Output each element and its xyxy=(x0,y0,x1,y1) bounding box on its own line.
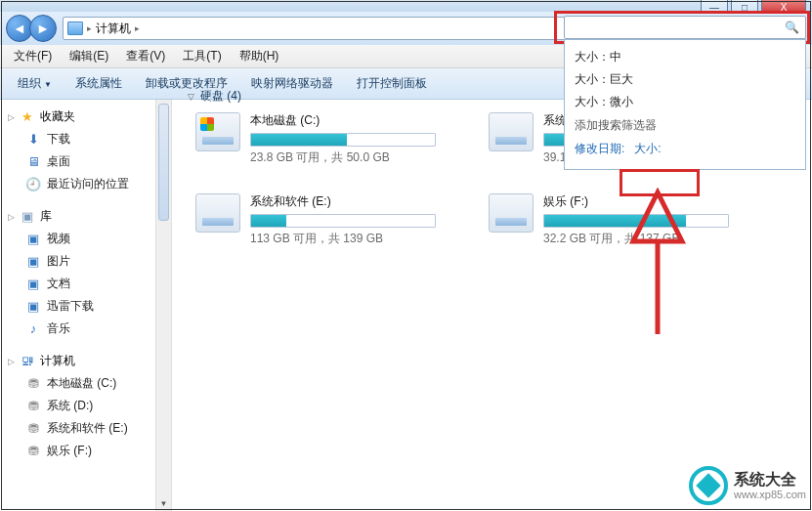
filter-link-size[interactable]: 大小: xyxy=(634,141,661,157)
drive-item[interactable]: 本地磁盘 (C:)23.8 GB 可用，共 50.0 GB xyxy=(195,112,449,166)
sidebar-item-drive-f[interactable]: ⛃娱乐 (F:) xyxy=(6,440,167,462)
watermark-url: www.xp85.com xyxy=(734,489,806,500)
tree-item-label: 文档 xyxy=(47,276,70,292)
search-field[interactable] xyxy=(571,21,785,34)
tree-item-label: 下载 xyxy=(47,131,70,148)
watermark-logo-icon xyxy=(689,466,728,505)
window-titlebar: — □ X xyxy=(0,0,812,12)
drive-usage-bar xyxy=(543,214,729,228)
nav-buttons: ◄ ► xyxy=(6,15,57,42)
suggestion-filter-links: 修改日期: 大小: xyxy=(573,137,797,159)
menu-help[interactable]: 帮助(H) xyxy=(232,45,287,67)
drive-info: 本地磁盘 (C:)23.8 GB 可用，共 50.0 GB xyxy=(250,112,449,166)
sidebar-item-desktop[interactable]: 🖥桌面 xyxy=(6,150,167,173)
forward-button[interactable]: ► xyxy=(29,15,57,42)
tree-item-label: 系统和软件 (E:) xyxy=(47,420,128,437)
drive-item[interactable]: 系统和软件 (E:)113 GB 可用，共 139 GB xyxy=(195,193,449,247)
document-icon: ▣ xyxy=(25,277,41,292)
drive-stat: 113 GB 可用，共 139 GB xyxy=(250,231,449,247)
drive-icon: ⛃ xyxy=(25,376,41,392)
tree-label: 收藏夹 xyxy=(40,108,75,125)
menu-file[interactable]: 文件(F) xyxy=(6,45,60,67)
sidebar-item-drive-e[interactable]: ⛃系统和软件 (E:) xyxy=(6,417,167,440)
picture-icon: ▣ xyxy=(25,254,41,270)
sidebar-item-videos[interactable]: ▣视频 xyxy=(6,228,167,250)
sidebar-item-drive-c[interactable]: ⛃本地磁盘 (C:) xyxy=(6,372,167,395)
computer-icon: 🖳 xyxy=(20,354,35,369)
scroll-down-icon[interactable]: ▼ xyxy=(156,495,171,511)
sidebar-scrollbar[interactable]: ▲ ▼ xyxy=(155,100,171,511)
star-icon: ★ xyxy=(20,109,35,125)
drive-usage-bar xyxy=(250,214,436,228)
drive-info: 娱乐 (F:)32.2 GB 可用，共 137 GB xyxy=(543,193,743,247)
filter-link-date[interactable]: 修改日期: xyxy=(575,141,624,157)
music-icon: ♪ xyxy=(25,321,41,337)
toolbar-organize[interactable]: 组织▼ xyxy=(8,71,62,96)
tree-item-label: 音乐 xyxy=(47,320,70,337)
tree-item-label: 视频 xyxy=(47,231,70,247)
breadcrumb-computer[interactable]: 计算机 xyxy=(96,21,131,37)
drive-icon xyxy=(195,112,240,151)
nav-tree: ▷ ★ 收藏夹 ⬇下载 🖥桌面 🕘最近访问的位置 ▷ ▣ 库 ▣视频 ▣图片 ▣… xyxy=(0,100,171,478)
sidebar-item-downloads[interactable]: ⬇下载 xyxy=(6,128,167,150)
search-icon[interactable]: 🔍 xyxy=(785,21,799,34)
sidebar: ▷ ★ 收藏夹 ⬇下载 🖥桌面 🕘最近访问的位置 ▷ ▣ 库 ▣视频 ▣图片 ▣… xyxy=(0,100,172,511)
chevron-down-icon: ▽ xyxy=(188,92,194,102)
drive-name: 本地磁盘 (C:) xyxy=(250,112,449,129)
chevron-right-icon: ▷ xyxy=(8,357,15,366)
drive-name: 娱乐 (F:) xyxy=(543,193,743,210)
search-suggestions-dropdown: 大小：中 大小：巨大 大小：微小 添加搜索筛选器 修改日期: 大小: xyxy=(564,39,806,170)
tree-item-label: 迅雷下载 xyxy=(47,298,94,315)
suggestion-size-medium[interactable]: 大小：中 xyxy=(573,46,797,68)
toolbar-system-properties[interactable]: 系统属性 xyxy=(65,71,132,96)
library-icon: ▣ xyxy=(20,209,35,225)
section-title: 硬盘 (4) xyxy=(200,88,241,105)
sidebar-item-music[interactable]: ♪音乐 xyxy=(6,318,167,340)
sidebar-item-thunder[interactable]: ▣迅雷下载 xyxy=(6,295,167,318)
drive-icon: ⛃ xyxy=(25,399,41,414)
sidebar-item-drive-d[interactable]: ⛃系统 (D:) xyxy=(6,395,167,417)
drive-usage-bar xyxy=(250,133,436,147)
tree-label: 库 xyxy=(40,208,52,225)
suggestion-size-huge[interactable]: 大小：巨大 xyxy=(573,68,797,91)
tree-item-label: 娱乐 (F:) xyxy=(47,443,92,459)
scroll-thumb[interactable] xyxy=(158,104,169,221)
tree-head-libraries[interactable]: ▷ ▣ 库 xyxy=(6,205,167,228)
sidebar-item-pictures[interactable]: ▣图片 xyxy=(6,250,167,273)
drive-icon: ⛃ xyxy=(25,444,41,459)
tree-group-libraries: ▷ ▣ 库 ▣视频 ▣图片 ▣文档 ▣迅雷下载 ♪音乐 xyxy=(6,205,167,340)
search-wrapper: 🔍 大小：中 大小：巨大 大小：微小 添加搜索筛选器 修改日期: 大小: xyxy=(564,16,806,39)
chevron-right-icon: ▷ xyxy=(8,212,15,222)
breadcrumb-sep-icon: ▸ xyxy=(135,23,140,33)
tree-group-computer: ▷ 🖳 计算机 ⛃本地磁盘 (C:) ⛃系统 (D:) ⛃系统和软件 (E:) … xyxy=(6,350,167,462)
drive-info: 系统和软件 (E:)113 GB 可用，共 139 GB xyxy=(250,193,449,247)
download-icon: ⬇ xyxy=(25,132,41,148)
drive-item[interactable]: 娱乐 (F:)32.2 GB 可用，共 137 GB xyxy=(489,193,743,247)
drive-icon xyxy=(195,193,240,233)
tree-head-favorites[interactable]: ▷ ★ 收藏夹 xyxy=(6,106,167,128)
search-input[interactable]: 🔍 xyxy=(564,16,806,39)
drive-icon xyxy=(489,112,534,151)
tree-item-label: 本地磁盘 (C:) xyxy=(47,375,116,392)
menu-tools[interactable]: 工具(T) xyxy=(175,45,229,67)
drive-name: 系统和软件 (E:) xyxy=(250,193,449,210)
drive-icon: ⛃ xyxy=(25,421,41,437)
tree-item-label: 系统 (D:) xyxy=(47,398,93,414)
watermark-title: 系统大全 xyxy=(734,471,806,489)
chevron-right-icon: ▷ xyxy=(8,112,15,122)
tree-label: 计算机 xyxy=(40,353,75,369)
tree-item-label: 图片 xyxy=(47,253,70,270)
suggestion-size-tiny[interactable]: 大小：微小 xyxy=(573,91,797,113)
tree-group-favorites: ▷ ★ 收藏夹 ⬇下载 🖥桌面 🕘最近访问的位置 xyxy=(6,106,167,195)
menu-edit[interactable]: 编辑(E) xyxy=(62,45,116,67)
tree-head-computer[interactable]: ▷ 🖳 计算机 xyxy=(6,350,167,372)
menu-view[interactable]: 查看(V) xyxy=(118,45,173,67)
desktop-icon: 🖥 xyxy=(25,154,41,170)
breadcrumb-sep-icon: ▸ xyxy=(87,23,92,33)
drive-stat: 23.8 GB 可用，共 50.0 GB xyxy=(250,149,449,166)
watermark: 系统大全 www.xp85.com xyxy=(689,466,806,505)
sidebar-item-documents[interactable]: ▣文档 xyxy=(6,273,167,295)
thunder-icon: ▣ xyxy=(25,299,41,315)
drive-stat: 32.2 GB 可用，共 137 GB xyxy=(543,231,743,247)
sidebar-item-recent[interactable]: 🕘最近访问的位置 xyxy=(6,173,167,195)
